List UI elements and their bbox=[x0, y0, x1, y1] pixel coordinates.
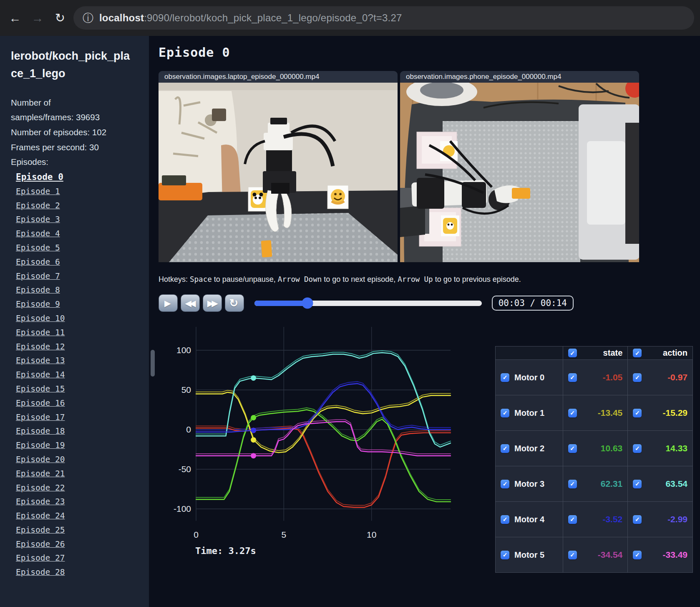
checkbox[interactable] bbox=[633, 349, 642, 357]
header-empty-cell bbox=[496, 346, 563, 360]
episode-link[interactable]: Episode 7 bbox=[16, 271, 60, 281]
hotkey-key: Arrow Down bbox=[278, 275, 322, 283]
episode-link[interactable]: Episode 28 bbox=[16, 567, 65, 577]
seek-slider[interactable] bbox=[254, 301, 482, 306]
episode-link[interactable]: Episode 12 bbox=[16, 342, 65, 352]
chart-canvas: 100500-50-1000510 bbox=[159, 322, 456, 542]
episode-list-item: Episode 15 bbox=[11, 382, 138, 397]
rewind-button[interactable]: ◀◀ bbox=[181, 294, 200, 312]
motor-row: Motor 4-3.52-2.99 bbox=[496, 502, 693, 537]
checkbox[interactable] bbox=[633, 480, 642, 488]
video-frame-phone[interactable] bbox=[400, 83, 639, 262]
episode-link[interactable]: Episode 13 bbox=[16, 356, 65, 365]
checkbox[interactable] bbox=[633, 444, 642, 453]
episode-link[interactable]: Episode 22 bbox=[16, 483, 65, 493]
episode-list-item: Episode 6 bbox=[11, 255, 138, 270]
back-icon[interactable]: ← bbox=[6, 9, 24, 27]
checkbox[interactable] bbox=[568, 444, 577, 453]
episode-link[interactable]: Episode 26 bbox=[16, 539, 65, 549]
checkbox[interactable] bbox=[568, 515, 577, 524]
forward-icon[interactable]: → bbox=[28, 9, 47, 27]
state-column-label: state bbox=[603, 348, 623, 358]
episode-link[interactable]: Episode 14 bbox=[16, 370, 65, 379]
checkbox[interactable] bbox=[501, 551, 509, 559]
episode-list-item: Episode 2 bbox=[11, 199, 138, 213]
checkbox[interactable] bbox=[633, 373, 642, 382]
motor-action-cell: 14.33 bbox=[628, 431, 693, 466]
checkbox[interactable] bbox=[568, 551, 577, 559]
header-cell-action: action bbox=[628, 346, 693, 360]
episode-link[interactable]: Episode 27 bbox=[16, 553, 65, 563]
episode-link[interactable]: Episode 18 bbox=[16, 426, 65, 436]
episode-link[interactable]: Episode 16 bbox=[16, 398, 65, 408]
loop-button[interactable]: ↻ bbox=[225, 294, 244, 312]
episode-link[interactable]: Episode 19 bbox=[16, 440, 65, 450]
axis-tick-label: 10 bbox=[367, 530, 376, 539]
checkbox[interactable] bbox=[568, 409, 577, 417]
episode-link[interactable]: Episode 3 bbox=[16, 215, 60, 224]
episode-link[interactable]: Episode 24 bbox=[16, 511, 65, 521]
checkbox[interactable] bbox=[633, 551, 642, 559]
checkbox[interactable] bbox=[568, 349, 577, 357]
episode-link[interactable]: Episode 1 bbox=[16, 187, 60, 196]
motor-state-cell: -3.52 bbox=[563, 502, 628, 537]
episode-link[interactable]: Episode 8 bbox=[16, 285, 60, 295]
axis-tick-label: 0 bbox=[194, 530, 199, 539]
episode-link[interactable]: Episode 17 bbox=[16, 412, 65, 422]
motor-label: Motor 5 bbox=[514, 550, 544, 560]
episode-list: Episode 0Episode 1Episode 2Episode 3Epis… bbox=[11, 170, 138, 580]
checkbox[interactable] bbox=[501, 444, 509, 453]
hotkey-text: to go to next episode, bbox=[322, 275, 398, 283]
seek-slider-thumb[interactable] bbox=[302, 298, 313, 309]
motor-row: Motor 1-13.45-15.29 bbox=[496, 395, 693, 431]
episode-link[interactable]: Episode 0 bbox=[16, 172, 63, 182]
panel-resize-handle[interactable] bbox=[151, 350, 155, 377]
episode-link[interactable]: Episode 10 bbox=[16, 314, 65, 323]
hotkey-key: Arrow Up bbox=[398, 275, 433, 283]
checkbox[interactable] bbox=[633, 409, 642, 417]
episode-list-item: Episode 1 bbox=[11, 185, 138, 199]
episode-link[interactable]: Episode 15 bbox=[16, 384, 65, 394]
motor-state-cell: 10.63 bbox=[563, 431, 628, 466]
checkbox[interactable] bbox=[501, 515, 509, 524]
checkbox[interactable] bbox=[568, 373, 577, 382]
axis-tick-label: 100 bbox=[176, 345, 191, 355]
reload-icon[interactable]: ↻ bbox=[51, 9, 69, 27]
episode-link[interactable]: Episode 9 bbox=[16, 299, 60, 309]
hotkey-key: Space bbox=[190, 275, 212, 283]
episode-link[interactable]: Episode 4 bbox=[16, 229, 60, 238]
episode-link[interactable]: Episode 23 bbox=[16, 497, 65, 506]
episode-link[interactable]: Episode 20 bbox=[16, 455, 65, 464]
episode-link[interactable]: Episode 25 bbox=[16, 525, 65, 535]
fast-forward-button[interactable]: ▶▶ bbox=[203, 294, 222, 312]
episode-link[interactable]: Episode 21 bbox=[16, 469, 65, 478]
action-column-label: action bbox=[663, 348, 687, 358]
episode-link[interactable]: Episode 11 bbox=[16, 328, 65, 337]
checkbox[interactable] bbox=[501, 409, 509, 417]
video-title-laptop: observation.images.laptop_episode_000000… bbox=[159, 71, 398, 83]
motor-action-value: -33.49 bbox=[662, 550, 687, 560]
current-time-dot bbox=[251, 415, 256, 420]
motor-chart: 100500-50-1000510 Time: 3.27s bbox=[159, 322, 456, 556]
table-header-row: stateaction bbox=[496, 346, 693, 360]
motor-label: Motor 4 bbox=[514, 515, 544, 524]
motor-row: Motor 210.6314.33 bbox=[496, 431, 693, 466]
episodes-label: Episodes: bbox=[11, 154, 138, 169]
video-card-laptop: observation.images.laptop_episode_000000… bbox=[159, 71, 398, 262]
checkbox[interactable] bbox=[501, 373, 509, 382]
checkbox[interactable] bbox=[501, 480, 509, 488]
episode-list-item: Episode 11 bbox=[11, 326, 138, 340]
site-info-icon[interactable]: ⓘ bbox=[83, 11, 93, 25]
loop-icon: ↻ bbox=[229, 297, 239, 310]
address-bar[interactable]: ⓘ localhost:9090/lerobot/koch_pick_place… bbox=[73, 6, 694, 30]
video-frame-laptop[interactable] bbox=[159, 83, 398, 262]
checkbox[interactable] bbox=[633, 515, 642, 524]
episode-list-item: Episode 22 bbox=[11, 481, 138, 496]
episode-link[interactable]: Episode 5 bbox=[16, 243, 60, 253]
stat-line: Number of episodes: 102 bbox=[11, 125, 138, 140]
checkbox[interactable] bbox=[568, 480, 577, 488]
play-button[interactable]: ▶ bbox=[159, 294, 178, 312]
episode-link[interactable]: Episode 2 bbox=[16, 201, 60, 210]
episode-link[interactable]: Episode 6 bbox=[16, 257, 60, 267]
dataset-stats: Number ofsamples/frames: 39693Number of … bbox=[11, 95, 138, 169]
